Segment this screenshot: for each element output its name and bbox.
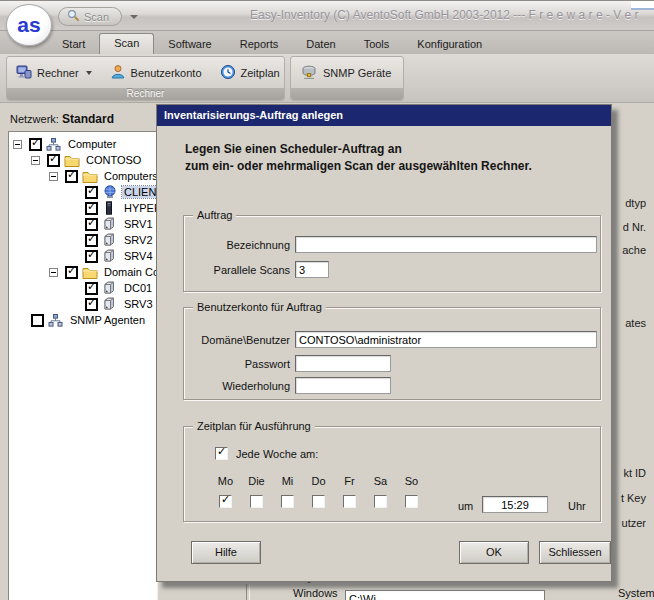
tree-item-srv3[interactable]: SRV3 — [9, 296, 157, 312]
tree-label[interactable]: DC01 — [122, 282, 154, 294]
weekday-checkbox[interactable] — [405, 495, 418, 508]
tree-checkbox[interactable] — [65, 170, 78, 183]
magnifier-icon — [67, 8, 80, 26]
window-corner-artifact — [631, 1, 654, 10]
schliessen-button[interactable]: Schliessen — [539, 541, 611, 564]
tab-start[interactable]: Start — [48, 34, 99, 54]
quick-scan-button[interactable]: Scan — [58, 7, 122, 26]
bezeichnung-input[interactable] — [295, 236, 597, 253]
auftrag-legend: Auftrag — [193, 209, 236, 221]
app-window: Scan Easy-Inventory (C) AventoSoft GmbH … — [0, 0, 654, 600]
tree-label[interactable]: SRV3 — [122, 298, 155, 310]
tree-label[interactable]: SRV1 — [122, 218, 155, 230]
weekday-fr: Fr — [334, 475, 365, 508]
weekday-checkbox[interactable] — [312, 495, 325, 508]
tree-label[interactable]: SRV4 — [122, 250, 155, 262]
ribbon-tab-bar: Start Scan Software Reports Daten Tools … — [0, 31, 654, 54]
tree-item-computers[interactable]: Computers — [9, 168, 157, 184]
tree-label[interactable]: CONTOSO — [84, 154, 143, 166]
rechner-dropdown-icon — [86, 71, 92, 75]
tree-checkbox[interactable] — [85, 218, 98, 231]
jede-woche-checkbox[interactable] — [215, 447, 228, 460]
tree-label[interactable]: Computers — [102, 170, 160, 182]
tree-item-dc01[interactable]: DC01 — [9, 280, 157, 296]
ribbon-toolbar: Rechner Benutzerkonto Zeitplan — [0, 54, 654, 103]
collapse-icon[interactable] — [49, 268, 58, 277]
tree-item-snmp-agenten[interactable]: SNMP Agenten — [9, 312, 157, 328]
tree-checkbox[interactable] — [85, 298, 98, 311]
rechner-button-label: Rechner — [37, 67, 79, 79]
ribbon-group-caption[interactable]: Rechner — [7, 88, 284, 100]
user-icon — [110, 64, 126, 82]
background-label-fragment: t Key — [621, 492, 646, 504]
tree-item-domain-controllers[interactable]: Domain Cor — [9, 264, 157, 280]
time-input[interactable] — [482, 496, 548, 513]
ribbon-group-caption-empty — [291, 88, 403, 100]
tree-item-contoso[interactable]: CONTOSO — [9, 152, 157, 168]
network-value[interactable]: Standard — [62, 112, 114, 126]
passwort-input[interactable] — [295, 355, 391, 372]
weekday-checkbox[interactable] — [374, 495, 387, 508]
rechner-button[interactable]: Rechner — [7, 59, 101, 87]
tab-reports[interactable]: Reports — [226, 34, 293, 54]
benutzerkonto-button[interactable]: Benutzerkonto — [101, 59, 211, 87]
zeitplan-button[interactable]: Zeitplan — [211, 59, 285, 87]
weekday-die: Die — [241, 475, 272, 508]
folder-icon — [64, 153, 81, 167]
benutzerkonto-button-label: Benutzerkonto — [131, 67, 202, 79]
app-logo[interactable]: as — [6, 4, 52, 46]
hilfe-button[interactable]: Hilfe — [191, 541, 261, 564]
weekday-mi: Mi — [272, 475, 303, 508]
wiederholung-input[interactable] — [295, 377, 391, 394]
ok-button[interactable]: OK — [459, 541, 529, 564]
parallele-scans-input[interactable] — [295, 261, 329, 278]
weekday-checkbox[interactable] — [343, 495, 356, 508]
tab-daten[interactable]: Daten — [292, 34, 349, 54]
window-title: Easy-Inventory (C) AventoSoft GmbH 2003-… — [250, 8, 654, 22]
tree-item-srv4[interactable]: SRV4 — [9, 248, 157, 264]
tab-scan[interactable]: Scan — [99, 33, 154, 54]
panel-divider — [246, 584, 250, 600]
collapse-icon[interactable] — [31, 156, 40, 165]
snmp-geraete-button[interactable]: SNMP Geräte — [291, 59, 400, 87]
domaene-benutzer-input[interactable] — [295, 331, 597, 348]
weekday-checkbox[interactable] — [250, 495, 263, 508]
tree-item-srv1[interactable]: SRV1 — [9, 216, 157, 232]
background-label-fragment: d Nr. — [623, 221, 646, 233]
tree-checkbox[interactable] — [29, 138, 42, 151]
tree-checkbox[interactable] — [85, 250, 98, 263]
quick-access-dropdown-icon[interactable] — [130, 15, 138, 19]
tree-item-client[interactable]: CLIENT — [9, 184, 157, 200]
tree-item-hyper[interactable]: HYPER — [9, 200, 157, 216]
collapse-icon[interactable] — [13, 140, 22, 149]
benutzerkonto-groupbox: Benutzerkonto für Auftrag Domäne\Benutze… — [183, 307, 601, 400]
tree-checkbox[interactable] — [47, 154, 60, 167]
computer-icon — [16, 64, 32, 82]
quick-scan-label: Scan — [84, 11, 109, 23]
server-dark-icon — [102, 201, 119, 215]
tab-software[interactable]: Software — [154, 34, 225, 54]
tree-item-computer[interactable]: Computer — [9, 136, 157, 152]
network-icon — [48, 313, 65, 327]
tree-label[interactable]: Computer — [66, 138, 118, 150]
dialog-body: Legen Sie einen Scheduler-Auftrag an zum… — [157, 126, 611, 582]
tree-item-srv2[interactable]: SRV2 — [9, 232, 157, 248]
folder-icon — [82, 265, 99, 279]
inventory-job-dialog: Inventarisierungs-Auftrag anlegen Legen … — [156, 104, 612, 582]
windows-path-input[interactable] — [345, 590, 545, 600]
tree-label[interactable]: SRV2 — [122, 234, 155, 246]
dialog-titlebar[interactable]: Inventarisierungs-Auftrag anlegen — [157, 105, 611, 126]
tree-checkbox[interactable] — [85, 202, 98, 215]
collapse-icon[interactable] — [49, 172, 58, 181]
tree-checkbox[interactable] — [65, 266, 78, 279]
tree-label[interactable]: SNMP Agenten — [68, 314, 147, 326]
zeitplan-legend: Zeitplan für Ausführung — [193, 420, 315, 432]
tree-checkbox[interactable] — [31, 314, 44, 327]
tree-checkbox[interactable] — [85, 282, 98, 295]
tree-checkbox[interactable] — [85, 234, 98, 247]
tab-tools[interactable]: Tools — [350, 34, 404, 54]
tree-checkbox[interactable] — [85, 186, 98, 199]
weekday-checkbox[interactable] — [281, 495, 294, 508]
tab-konfiguration[interactable]: Konfiguration — [403, 34, 496, 54]
weekday-checkbox[interactable] — [219, 495, 232, 508]
